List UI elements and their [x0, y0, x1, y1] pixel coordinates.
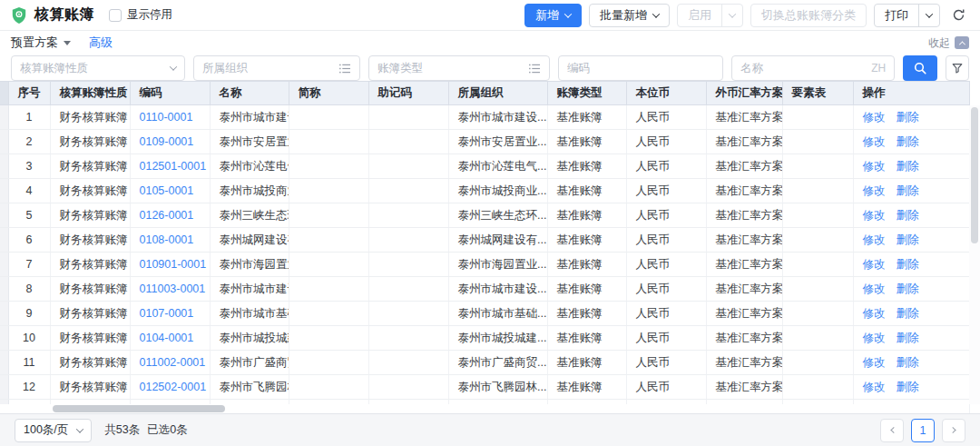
column-header-name[interactable]: 名称 — [210, 82, 289, 105]
horizontal-scrollbar[interactable] — [0, 404, 969, 413]
book-code-link[interactable]: 010901-0001 — [140, 258, 207, 271]
name-input[interactable] — [740, 62, 866, 74]
book-code-link[interactable]: 0126-0001 — [140, 209, 194, 222]
book-nature-input[interactable] — [20, 62, 165, 74]
table-row[interactable]: 10财务核算账簿0104-0001泰州市城投城建...泰州市城投城建...基准账… — [0, 326, 969, 351]
book-code-link[interactable]: 0109-0001 — [140, 135, 194, 148]
filter-funnel-button[interactable] — [946, 55, 969, 81]
book-code-link[interactable]: 0108-0001 — [140, 233, 194, 246]
table-row[interactable]: 5财务核算账簿0126-0001泰州三峡生态环...泰州三峡生态环...基准账簿… — [0, 203, 969, 228]
table-row[interactable]: 12财务核算账簿012502-0001泰州市飞腾园林...泰州市飞腾园林...基… — [0, 375, 969, 400]
filter-section: 预置方案 高级 收起 — [0, 31, 980, 81]
vertical-scrollbar-thumb[interactable] — [971, 107, 978, 243]
delete-link[interactable]: 删除 — [897, 184, 919, 197]
edit-link[interactable]: 修改 — [863, 381, 886, 393]
name-field[interactable]: ZH — [731, 55, 895, 81]
edit-link[interactable]: 修改 — [863, 184, 886, 197]
delete-link[interactable]: 删除 — [897, 307, 919, 320]
delete-link[interactable]: 删除 — [897, 282, 919, 295]
table-row[interactable]: 4财务核算账簿0105-0001泰州市城投商业...泰州市城投商业...基准账簿… — [0, 179, 969, 203]
book-code-link[interactable]: 0105-0001 — [140, 184, 194, 197]
column-header-mnemonic[interactable]: 助记码 — [368, 82, 448, 105]
enable-button[interactable]: 启用 — [678, 5, 721, 26]
edit-link[interactable]: 修改 — [863, 282, 886, 295]
book-nature-select[interactable] — [11, 55, 185, 81]
column-header-nature[interactable]: 核算账簿性质 — [50, 82, 130, 105]
collapse-filter-control[interactable]: 收起 — [928, 35, 969, 51]
book-type-input[interactable] — [377, 62, 524, 74]
edit-link[interactable]: 修改 — [863, 356, 886, 369]
edit-link[interactable]: 修改 — [863, 209, 886, 222]
list-picker-icon[interactable] — [529, 64, 541, 74]
cell-base_currency: 人民币 — [626, 130, 706, 154]
horizontal-scrollbar-thumb[interactable] — [53, 405, 225, 412]
owning-org-field[interactable] — [193, 55, 360, 81]
edit-link[interactable]: 修改 — [863, 332, 886, 344]
table-row[interactable]: 9财务核算账簿0107-0001泰州市城市基础...泰州市城市基础...基准账簿… — [0, 302, 969, 326]
delete-link[interactable]: 删除 — [897, 233, 919, 246]
cell-org: 泰州市城投商业... — [448, 179, 547, 203]
switch-ledger-category-button[interactable]: 切换总账账簿分类 — [750, 4, 867, 27]
edit-link[interactable]: 修改 — [863, 307, 886, 320]
vertical-scrollbar[interactable] — [969, 105, 980, 404]
prev-page-button[interactable] — [880, 419, 904, 442]
print-button[interactable]: 打印 — [875, 5, 918, 26]
show-disabled-checkbox[interactable] — [109, 9, 122, 22]
column-header-code[interactable]: 编码 — [130, 82, 210, 105]
column-header-rate_plan[interactable]: 外币汇率方案 — [706, 82, 782, 105]
column-header-base_currency[interactable]: 本位币 — [626, 82, 706, 105]
table-row[interactable]: 1财务核算账簿0110-0001泰州市城市建设...泰州市城市建设...基准账簿… — [0, 105, 969, 130]
delete-link[interactable]: 删除 — [897, 135, 919, 148]
list-picker-icon[interactable] — [339, 64, 351, 74]
edit-link[interactable]: 修改 — [863, 111, 886, 124]
funnel-icon — [951, 62, 964, 74]
edit-link[interactable]: 修改 — [863, 160, 886, 173]
column-header-short_name[interactable]: 简称 — [289, 82, 368, 105]
next-page-button[interactable] — [942, 419, 965, 442]
book-code-link[interactable]: 012502-0001 — [140, 381, 207, 393]
book-code-link[interactable]: 0104-0001 — [140, 332, 194, 344]
edit-link[interactable]: 修改 — [863, 233, 886, 246]
advanced-filter-link[interactable]: 高级 — [89, 35, 113, 51]
edit-link[interactable]: 修改 — [863, 135, 886, 148]
code-field[interactable] — [558, 55, 723, 81]
book-code-link[interactable]: 011003-0001 — [140, 282, 206, 295]
print-dropdown-button[interactable] — [918, 5, 939, 26]
cell-rate_plan: 基准汇率方案 — [706, 326, 782, 351]
book-code-link[interactable]: 011002-0001 — [140, 356, 206, 369]
enable-dropdown-button[interactable] — [721, 5, 742, 26]
add-button[interactable]: 新增 — [524, 4, 582, 27]
column-header-actions[interactable]: 操作 — [853, 82, 969, 105]
preset-scheme-dropdown[interactable]: 预置方案 — [11, 35, 71, 51]
delete-link[interactable]: 删除 — [897, 209, 919, 222]
delete-link[interactable]: 删除 — [897, 381, 919, 393]
search-button[interactable] — [903, 55, 937, 81]
book-code-link[interactable]: 0110-0001 — [140, 111, 193, 124]
table-row[interactable]: 6财务核算账簿0108-0001泰州城网建设有...泰州城网建设有...基准账簿… — [0, 228, 969, 253]
delete-link[interactable]: 删除 — [897, 356, 919, 369]
current-page-button[interactable]: 1 — [911, 419, 935, 442]
table-row[interactable]: 7财务核算账簿010901-0001泰州市海园置业...泰州市海园置业...基准… — [0, 253, 969, 277]
table-row[interactable]: 3财务核算账簿012501-0001泰州市沁莲电气...泰州市沁莲电气...基准… — [0, 154, 969, 179]
page-size-select[interactable]: 100条/页 — [15, 419, 92, 442]
delete-link[interactable]: 删除 — [897, 111, 919, 124]
code-input[interactable] — [567, 62, 714, 74]
book-code-link[interactable]: 012501-0001 — [140, 160, 207, 173]
batch-add-button[interactable]: 批量新增 — [589, 4, 670, 27]
table-row[interactable]: 11财务核算账簿011002-0001泰州市广盛商贸...泰州市广盛商贸...基… — [0, 351, 969, 375]
delete-link[interactable]: 删除 — [897, 332, 919, 344]
column-header-book_type[interactable]: 账簿类型 — [547, 82, 626, 105]
column-header-index[interactable]: 序号 — [8, 82, 50, 105]
book-code-link[interactable]: 0107-0001 — [140, 307, 194, 320]
collapse-box[interactable] — [955, 36, 969, 49]
owning-org-input[interactable] — [202, 62, 334, 74]
book-type-field[interactable] — [368, 55, 550, 81]
edit-link[interactable]: 修改 — [863, 258, 886, 271]
refresh-button[interactable] — [947, 4, 969, 27]
column-header-org[interactable]: 所属组织 — [448, 82, 547, 105]
table-row[interactable]: 8财务核算账簿011003-0001泰州市城市建设...泰州市城市建设...基准… — [0, 277, 969, 302]
delete-link[interactable]: 删除 — [897, 258, 919, 271]
table-row[interactable]: 2财务核算账簿0109-0001泰州市安居置业...泰州市安居置业...基准账簿… — [0, 130, 969, 154]
column-header-element_table[interactable]: 要素表 — [782, 82, 853, 105]
delete-link[interactable]: 删除 — [897, 160, 919, 173]
